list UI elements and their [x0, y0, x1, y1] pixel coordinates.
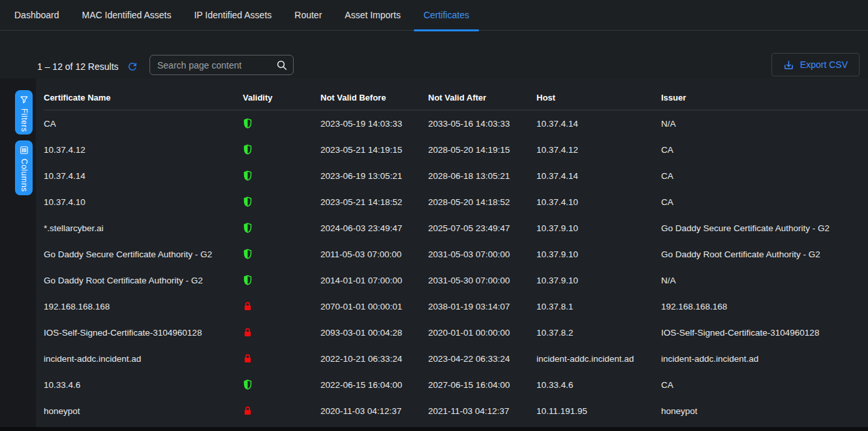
columns-grid-icon: [20, 146, 29, 155]
table-row[interactable]: Go Daddy Root Certificate Authority - G2…: [44, 267, 868, 293]
not-valid-before-cell: 2023-05-19 14:03:33: [320, 119, 428, 129]
table-row[interactable]: Go Daddy Secure Certificate Authority - …: [44, 241, 868, 267]
filter-funnel-icon: [20, 95, 29, 104]
issuer-cell: CA: [661, 380, 868, 390]
not-valid-after-cell: 2028-06-18 13:05:21: [428, 171, 536, 181]
not-valid-before-cell: 2020-11-03 04:12:37: [320, 406, 428, 416]
issuer-cell: Go Daddy Secure Certificate Authority - …: [661, 223, 868, 233]
validity-cell: [243, 248, 320, 260]
col-header-not-valid-after[interactable]: Not Valid After: [428, 93, 536, 103]
table-row[interactable]: incident-addc.incident.ad 2022-10-21 06:…: [44, 345, 868, 372]
col-header-not-valid-before[interactable]: Not Valid Before: [320, 93, 428, 103]
host-cell: 10.37.9.10: [536, 223, 661, 233]
certificate-name-cell: Go Daddy Root Certificate Authority - G2: [44, 276, 243, 285]
search-icon[interactable]: [276, 59, 288, 71]
not-valid-after-cell: 2033-05-16 14:03:33: [428, 119, 536, 129]
columns-button[interactable]: Columns: [15, 140, 33, 195]
host-cell: 10.37.8.2: [536, 328, 661, 338]
table-row[interactable]: 10.37.4.10 2023-05-21 14:18:52 2028-05-2…: [44, 189, 868, 215]
not-valid-after-cell: 2023-04-22 06:33:24: [428, 354, 536, 364]
not-valid-before-cell: 2011-05-03 07:00:00: [320, 249, 428, 259]
issuer-cell: N/A: [661, 119, 868, 129]
not-valid-after-cell: 2025-07-05 23:49:47: [428, 223, 536, 233]
host-cell: 10.37.4.12: [536, 145, 661, 155]
not-valid-before-cell: 2022-06-15 16:04:00: [320, 380, 428, 390]
results-count-text: 1 – 12 of 12 Results: [37, 61, 119, 72]
not-valid-after-cell: 2038-01-19 03:14:07: [428, 302, 536, 311]
not-valid-after-cell: 2028-05-20 14:19:15: [428, 145, 536, 155]
not-valid-before-cell: 2022-10-21 06:33:24: [320, 354, 428, 364]
not-valid-after-cell: 2027-06-15 16:04:00: [428, 380, 536, 390]
not-valid-before-cell: 2023-05-21 14:18:52: [320, 197, 428, 207]
lock-icon: [243, 405, 253, 417]
certificate-name-cell: incident-addc.incident.ad: [44, 354, 243, 364]
table-row[interactable]: 192.168.168.168 2070-01-01 00:00:01 2038…: [44, 293, 868, 319]
search-input[interactable]: [150, 56, 293, 74]
filters-button[interactable]: Filters: [15, 90, 33, 135]
certificate-name-cell: 192.168.168.168: [44, 302, 243, 311]
tab-mac-identified-assets[interactable]: MAC Identified Assets: [72, 0, 181, 31]
shield-check-icon: [243, 196, 253, 208]
validity-cell: [243, 327, 320, 338]
not-valid-after-cell: 2031-05-30 07:00:00: [428, 276, 536, 285]
issuer-cell: CA: [661, 197, 868, 207]
refresh-icon[interactable]: [127, 61, 138, 72]
shield-check-icon: [243, 118, 253, 129]
certificate-name-cell: IOS-Self-Signed-Certificate-3104960128: [44, 328, 243, 338]
search-box: [149, 55, 294, 75]
host-cell: 10.37.4.10: [536, 197, 661, 207]
not-valid-before-cell: 2023-05-21 14:19:15: [320, 145, 428, 155]
col-header-certificate-name[interactable]: Certificate Name: [44, 93, 243, 103]
validity-cell: [243, 222, 320, 234]
validity-cell: [243, 300, 320, 312]
host-cell: 10.37.9.10: [536, 249, 661, 259]
tab-ip-identified-assets[interactable]: IP Identified Assets: [184, 0, 281, 31]
issuer-cell: 192.168.168.168: [661, 302, 868, 311]
lock-icon: [243, 353, 253, 364]
table-row[interactable]: 10.37.4.12 2023-05-21 14:19:15 2028-05-2…: [44, 136, 868, 163]
not-valid-before-cell: 2014-01-01 07:00:00: [320, 276, 428, 285]
table-row[interactable]: 10.37.4.14 2023-06-19 13:05:21 2028-06-1…: [44, 163, 868, 189]
not-valid-after-cell: 2028-05-20 14:18:52: [428, 197, 536, 207]
issuer-cell: CA: [661, 145, 868, 155]
certificate-name-cell: *.stellarcyber.ai: [44, 223, 243, 233]
filters-button-label: Filters: [20, 108, 29, 132]
certificates-table: Certificate Name Validity Not Valid Befo…: [44, 86, 868, 424]
col-header-issuer[interactable]: Issuer: [661, 93, 868, 103]
certificate-name-cell: 10.37.4.12: [44, 145, 243, 155]
validity-cell: [243, 353, 320, 364]
tab-router[interactable]: Router: [285, 0, 332, 31]
table-row[interactable]: honeypot 2020-11-03 04:12:37 2021-11-03 …: [44, 398, 868, 424]
lock-icon: [243, 300, 253, 312]
issuer-cell: honeypot: [661, 406, 868, 416]
col-header-validity[interactable]: Validity: [243, 93, 320, 103]
certificate-name-cell: CA: [44, 119, 243, 129]
not-valid-before-cell: 2093-03-01 00:04:28: [320, 328, 428, 338]
not-valid-before-cell: 2024-06-03 23:49:47: [320, 223, 428, 233]
bottom-edge: [0, 427, 868, 431]
col-header-host[interactable]: Host: [536, 93, 661, 103]
validity-cell: [243, 170, 320, 182]
issuer-cell: IOS-Self-Signed-Certificate-3104960128: [661, 328, 868, 338]
host-cell: 10.11.191.95: [536, 406, 661, 416]
tab-certificates[interactable]: Certificates: [414, 0, 479, 31]
export-csv-button[interactable]: Export CSV: [771, 53, 860, 76]
host-cell: 10.37.4.14: [536, 119, 661, 129]
host-cell: 10.33.4.6: [536, 380, 661, 390]
tab-asset-imports[interactable]: Asset Imports: [335, 0, 411, 31]
certificate-name-cell: honeypot: [44, 406, 243, 416]
table-row[interactable]: CA 2023-05-19 14:03:33 2033-05-16 14:03:…: [44, 110, 868, 136]
tab-dashboard[interactable]: Dashboard: [5, 0, 69, 31]
table-body: CA 2023-05-19 14:03:33 2033-05-16 14:03:…: [44, 110, 868, 424]
export-csv-label: Export CSV: [800, 59, 848, 70]
table-row[interactable]: 10.33.4.6 2022-06-15 16:04:00 2027-06-15…: [44, 372, 868, 398]
shield-check-icon: [243, 222, 253, 234]
certificate-name-cell: 10.37.4.14: [44, 171, 243, 181]
validity-cell: [243, 274, 320, 286]
shield-check-icon: [243, 170, 253, 182]
certificate-name-cell: 10.33.4.6: [44, 380, 243, 390]
lock-icon: [243, 327, 253, 338]
issuer-cell: Go Daddy Root Certificate Authority - G2: [661, 249, 868, 259]
table-row[interactable]: *.stellarcyber.ai 2024-06-03 23:49:47 20…: [44, 215, 868, 241]
table-row[interactable]: IOS-Self-Signed-Certificate-3104960128 2…: [44, 319, 868, 345]
